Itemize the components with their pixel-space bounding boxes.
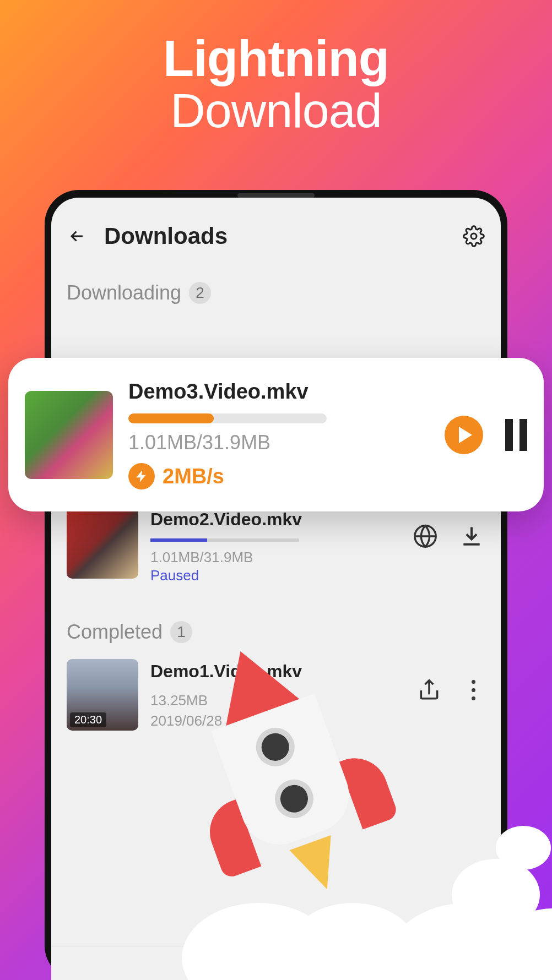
phone-speaker-icon <box>237 193 315 198</box>
pause-icon <box>505 419 513 451</box>
more-icon <box>472 696 475 700</box>
settings-button[interactable] <box>462 225 485 248</box>
arrow-left-icon <box>68 227 86 246</box>
play-button[interactable] <box>445 416 483 454</box>
featured-download-card[interactable]: Demo3.Video.mkv 1.01MB/31.9MB 2MB/s <box>8 358 544 511</box>
download-size: 1.01MB/31.9MB <box>150 547 406 567</box>
globe-icon <box>413 524 438 549</box>
video-thumbnail[interactable] <box>25 391 113 479</box>
resume-download-button[interactable] <box>458 522 485 550</box>
browser-button[interactable] <box>412 522 439 550</box>
more-icon <box>472 680 475 684</box>
completed-count-badge: 1 <box>170 621 192 643</box>
app-header: Downloads <box>51 213 501 255</box>
svg-point-0 <box>471 233 477 239</box>
download-row-actions <box>412 507 485 550</box>
lightning-icon <box>128 463 155 489</box>
hero-title: Lightning Download <box>0 0 552 136</box>
featured-size: 1.01MB/31.9MB <box>128 431 434 454</box>
more-button[interactable] <box>462 674 485 706</box>
featured-filename: Demo3.Video.mkv <box>128 380 434 404</box>
downloading-count-badge: 2 <box>189 282 211 304</box>
progress-fill <box>150 538 207 542</box>
download-row[interactable]: Demo2.Video.mkv 1.01MB/31.9MB Paused <box>51 504 501 587</box>
gear-icon <box>463 225 485 247</box>
video-thumbnail[interactable] <box>67 507 138 579</box>
play-icon <box>459 427 472 443</box>
pause-icon <box>519 419 527 451</box>
section-downloading-header: Downloading 2 <box>51 255 501 317</box>
video-duration: 20:30 <box>70 712 106 727</box>
progress-track <box>150 538 299 542</box>
download-status: Paused <box>150 567 406 584</box>
more-icon <box>472 688 475 692</box>
progress-fill <box>128 413 214 423</box>
download-row-info: Demo2.Video.mkv 1.01MB/31.9MB Paused <box>150 507 406 584</box>
featured-info: Demo3.Video.mkv 1.01MB/31.9MB 2MB/s <box>128 380 434 489</box>
pause-button[interactable] <box>505 419 527 451</box>
smoke-cloud-icon <box>496 826 551 870</box>
download-icon <box>459 524 484 548</box>
back-button[interactable] <box>67 226 88 247</box>
section-downloading-label: Downloading <box>67 281 181 304</box>
section-completed-label: Completed <box>67 620 163 644</box>
speed-row: 2MB/s <box>128 463 434 489</box>
share-button[interactable] <box>415 677 443 704</box>
download-filename: Demo2.Video.mkv <box>150 509 406 530</box>
hero-line1: Lightning <box>0 32 552 85</box>
video-thumbnail[interactable]: 20:30 <box>67 659 138 731</box>
speed-value: 2MB/s <box>163 465 224 488</box>
hero-line2: Download <box>0 85 552 136</box>
share-icon <box>417 678 441 703</box>
progress-track <box>128 413 327 423</box>
completed-row-actions <box>415 659 485 706</box>
page-title: Downloads <box>104 223 462 249</box>
